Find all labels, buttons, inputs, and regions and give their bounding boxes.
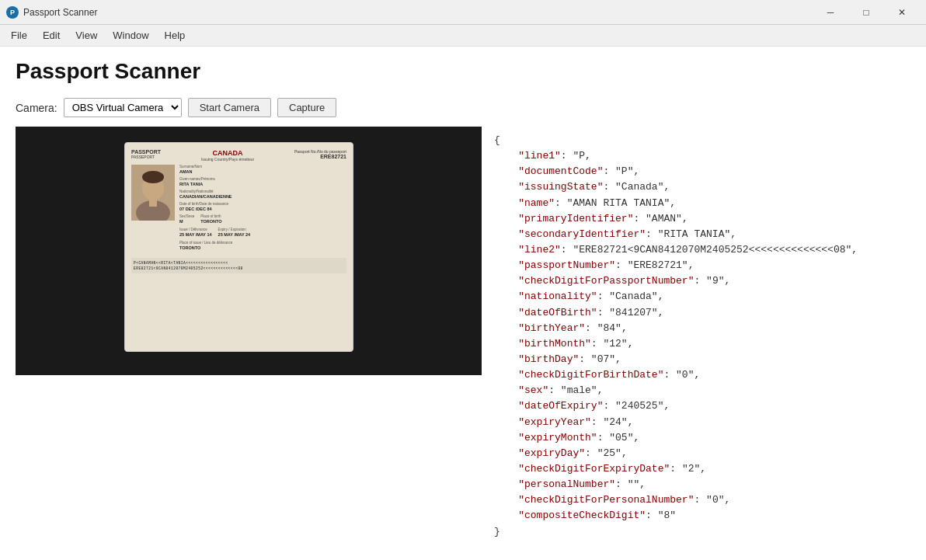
passport-type: PASSPORT PASSEPORT	[131, 149, 161, 159]
close-button[interactable]: ✕	[884, 0, 920, 25]
passport-country-header: CANADA Issuing Country/Pays émetteur	[201, 149, 254, 162]
passport-country-name: CANADA	[201, 149, 254, 157]
svg-rect-4	[149, 199, 157, 207]
content-area: PASSPORT PASSEPORT CANADA Issuing Countr…	[16, 127, 910, 548]
main-content: Passport Scanner Camera: OBS Virtual Cam…	[0, 47, 926, 560]
camera-controls: Camera: OBS Virtual Camera Start Camera …	[16, 98, 910, 117]
camera-feed: PASSPORT PASSEPORT CANADA Issuing Countr…	[16, 127, 482, 375]
sex-row: Sex/Sexe M Place of birth TORONTO	[179, 214, 346, 225]
nationality-row: Nationality/Nationalité CANADIAN/CANADIE…	[179, 190, 346, 200]
surname-row: Surname/Nom AMAN	[179, 165, 346, 176]
maximize-button[interactable]: □	[848, 0, 884, 25]
passport-header: PASSPORT PASSEPORT CANADA Issuing Countr…	[131, 149, 346, 162]
app-icon: P	[6, 6, 19, 19]
title-bar-text: Passport Scanner	[23, 7, 813, 18]
menu-bar: File Edit View Window Help	[0, 25, 926, 47]
passport-body: Surname/Nom AMAN Given names/Prénoms RIT…	[131, 165, 346, 252]
start-camera-button[interactable]: Start Camera	[188, 98, 271, 117]
passport-number-header: Passport No./No du passeport ERE82721	[294, 149, 346, 159]
camera-select[interactable]: OBS Virtual Camera	[64, 98, 182, 117]
camera-label: Camera:	[16, 102, 57, 114]
menu-edit[interactable]: Edit	[35, 26, 68, 44]
passport-info: Surname/Nom AMAN Given names/Prénoms RIT…	[179, 165, 346, 252]
app-title: Passport Scanner	[16, 59, 910, 84]
passport-mrz: P<CANAMAN<<RITA<TANIA<<<<<<<<<<<<<<<<< E…	[131, 258, 346, 273]
given-names-row: Given names/Prénoms RITA TANIA	[179, 177, 346, 188]
title-bar-controls: ─ □ ✕	[813, 0, 920, 25]
title-bar: P Passport Scanner ─ □ ✕	[0, 0, 926, 25]
menu-window[interactable]: Window	[105, 26, 156, 44]
json-output: { "line1": "P, "documentCode": "P", "iss…	[482, 127, 910, 548]
place-row: Place of issue / Lieu de délivrance TORO…	[179, 241, 346, 252]
capture-button[interactable]: Capture	[277, 98, 336, 117]
dob-row: Date of birth/Date de naissance 07 DEC /…	[179, 202, 346, 213]
menu-help[interactable]: Help	[157, 26, 193, 44]
minimize-button[interactable]: ─	[813, 0, 848, 25]
passport-image: PASSPORT PASSEPORT CANADA Issuing Countr…	[124, 142, 353, 352]
menu-file[interactable]: File	[3, 26, 35, 44]
menu-view[interactable]: View	[68, 26, 105, 44]
svg-point-3	[142, 171, 164, 183]
dates-row: Issue / Délivrance 25 MAY /MAY 14 Expiry…	[179, 228, 346, 238]
passport-photo	[131, 165, 175, 221]
